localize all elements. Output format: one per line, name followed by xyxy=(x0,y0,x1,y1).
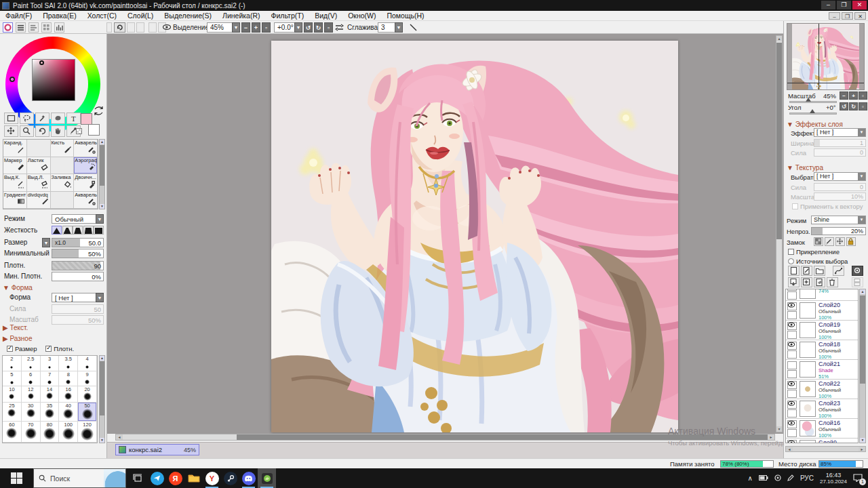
shape-section-header[interactable]: ▼ Форма xyxy=(3,284,33,291)
layer-visibility-toggle[interactable] xyxy=(787,289,797,291)
brush-size-16[interactable]: 16 xyxy=(59,386,78,403)
smoothing-combo-dd-icon[interactable]: ▼ xyxy=(395,22,403,33)
brush-airbrush[interactable]: Аэрограф xyxy=(74,157,98,175)
brush-size-10[interactable]: 10 xyxy=(3,386,22,403)
zoom-tool[interactable] xyxy=(20,125,34,137)
density-slider[interactable]: 90 xyxy=(52,261,104,270)
navigator-thumbnail[interactable] xyxy=(787,23,865,90)
hand-tool[interactable] xyxy=(51,125,65,137)
zoom-in-button[interactable]: + xyxy=(252,22,260,33)
task-view-button[interactable] xyxy=(129,468,146,488)
brush-size-35[interactable]: 35 xyxy=(41,403,60,422)
menu-item-9[interactable]: Помощь(H) xyxy=(381,11,429,21)
layer-visibility-toggle[interactable] xyxy=(787,361,797,369)
canvas-workspace[interactable] xyxy=(107,34,783,434)
undo-button[interactable] xyxy=(114,22,125,33)
nav-scale-slider-marker[interactable] xyxy=(806,98,811,102)
lock-pen-icon[interactable] xyxy=(825,237,834,246)
line-tool-icon[interactable] xyxy=(409,23,418,33)
close-button[interactable]: ✕ xyxy=(852,1,867,9)
flip-canvas-icon[interactable] xyxy=(335,24,344,33)
pin-checkbox[interactable] xyxy=(788,249,794,255)
layer-visibility-toggle[interactable] xyxy=(787,420,797,428)
zoom-combo[interactable]: 45% xyxy=(207,22,233,33)
nav-scale-slider[interactable] xyxy=(789,101,837,103)
sai-icon[interactable] xyxy=(258,468,276,488)
telegram-icon[interactable] xyxy=(148,468,166,488)
brush-size-70[interactable]: 70 xyxy=(22,422,41,443)
brush-seleraser[interactable]: Выд.Л. xyxy=(27,174,51,192)
layer-list-vscrollbar[interactable]: ▲▼ xyxy=(859,289,866,443)
layer-row-multiply[interactable]: Умножение74% xyxy=(786,289,858,301)
free-select-tool[interactable] xyxy=(51,113,65,124)
brush-size-7[interactable]: 7 xyxy=(41,371,60,387)
layer-visibility-toggle[interactable] xyxy=(787,342,797,350)
texture-section-header[interactable]: ▶ Текст. xyxy=(3,324,28,331)
brush-size-25[interactable]: 25 xyxy=(3,403,22,422)
brush-custom[interactable]: divdqvdq xyxy=(27,192,51,209)
rotate-cw-button[interactable]: ↻ xyxy=(314,22,323,33)
language-indicator[interactable]: РУС xyxy=(800,474,814,482)
menu-item-7[interactable]: Вид(V) xyxy=(309,11,342,21)
sv-marker[interactable] xyxy=(39,60,44,65)
brush-gradient[interactable]: Градиент xyxy=(3,192,27,209)
brush-watercolor[interactable]: Акварель xyxy=(74,192,98,209)
notification-button[interactable]: 1 xyxy=(853,474,863,483)
hue-marker[interactable] xyxy=(9,77,15,82)
weather-widget-icon[interactable] xyxy=(104,468,125,488)
menu-item-6[interactable]: Фильтр(T) xyxy=(265,11,309,21)
rotate-reset-button[interactable]: ▫ xyxy=(324,22,333,33)
menu-item-4[interactable]: Выделение(S) xyxy=(159,11,217,21)
brush-watercolor[interactable]: Акварель xyxy=(74,140,98,157)
brush-size-4[interactable]: 4 xyxy=(78,356,97,371)
canvas-artwork[interactable] xyxy=(271,41,678,432)
size-dd-icon[interactable]: ▼ xyxy=(42,238,50,247)
hardness-3-button[interactable] xyxy=(73,226,83,235)
brush-size-12[interactable]: 12 xyxy=(22,386,41,403)
brush-binary[interactable]: Двоичн... xyxy=(74,174,98,192)
lock-mask-icon[interactable] xyxy=(814,237,823,246)
minimize-button[interactable]: – xyxy=(821,1,835,9)
layer-mode-combo[interactable]: Shine▼ xyxy=(811,216,866,224)
color-wheel-icon[interactable] xyxy=(3,22,13,33)
texture-select-combo[interactable]: [ Нет ]▼ xyxy=(814,172,866,181)
layer-extra-toggle[interactable] xyxy=(787,291,797,300)
wand-tool[interactable] xyxy=(35,113,50,124)
merge-down-button[interactable] xyxy=(852,277,863,287)
density-dynamics-checkbox[interactable] xyxy=(45,346,52,352)
layer-extra-toggle[interactable] xyxy=(787,350,797,359)
brush-size-5[interactable]: 5 xyxy=(3,371,22,387)
layer-list-hscrollbar[interactable]: ◄► xyxy=(785,446,866,452)
maximize-button[interactable]: ❐ xyxy=(837,1,851,9)
nav-zoom-reset-button[interactable]: ▫ xyxy=(859,92,867,100)
layer-row-Слой21[interactable]: Слой21Shade51% xyxy=(786,360,858,380)
battery-icon[interactable] xyxy=(759,474,768,482)
clock[interactable]: 16:43 27.10.2024 xyxy=(820,472,847,485)
zoom-out-button[interactable]: − xyxy=(241,22,250,33)
layer-extra-toggle[interactable] xyxy=(787,409,797,418)
zoom-combo-dd-icon[interactable]: ▼ xyxy=(232,22,240,33)
layer-visibility-toggle[interactable] xyxy=(787,401,797,409)
canvas-vscrollbar[interactable]: ▲▼ xyxy=(776,35,783,432)
swap-colors-icon[interactable] xyxy=(94,106,104,117)
document-tab[interactable]: конкрс.sai2 45% xyxy=(115,444,199,455)
hardness-2-button[interactable] xyxy=(62,226,73,235)
smoothing-combo[interactable]: 3 xyxy=(378,22,395,33)
no-color-swatch[interactable] xyxy=(76,128,82,134)
brush-size-120[interactable]: 120 xyxy=(78,422,97,443)
brush-brush[interactable]: Кисть xyxy=(51,140,75,157)
padlock-icon[interactable] xyxy=(846,237,856,246)
brush-marker[interactable]: Маркер xyxy=(3,157,27,175)
menu-item-8[interactable]: Окно(W) xyxy=(342,11,381,21)
tray-app-icon[interactable] xyxy=(774,474,781,483)
layer-row-Слой22[interactable]: Слой22Обычный100% xyxy=(786,380,858,399)
start-button[interactable] xyxy=(0,468,33,488)
layer-extra-toggle[interactable] xyxy=(787,331,797,339)
swatches-icon[interactable] xyxy=(41,22,52,33)
selection-source-radio[interactable] xyxy=(788,258,794,264)
layer-row-Слой9[interactable]: Слой9Обычный100% xyxy=(786,439,858,443)
nav-rotate-ccw-button[interactable]: ↺ xyxy=(840,102,848,110)
menu-item-1[interactable]: Правка(E) xyxy=(37,11,81,21)
brush-size-6[interactable]: 6 xyxy=(22,371,41,387)
doc-restore-button[interactable]: ❐ xyxy=(842,12,853,20)
